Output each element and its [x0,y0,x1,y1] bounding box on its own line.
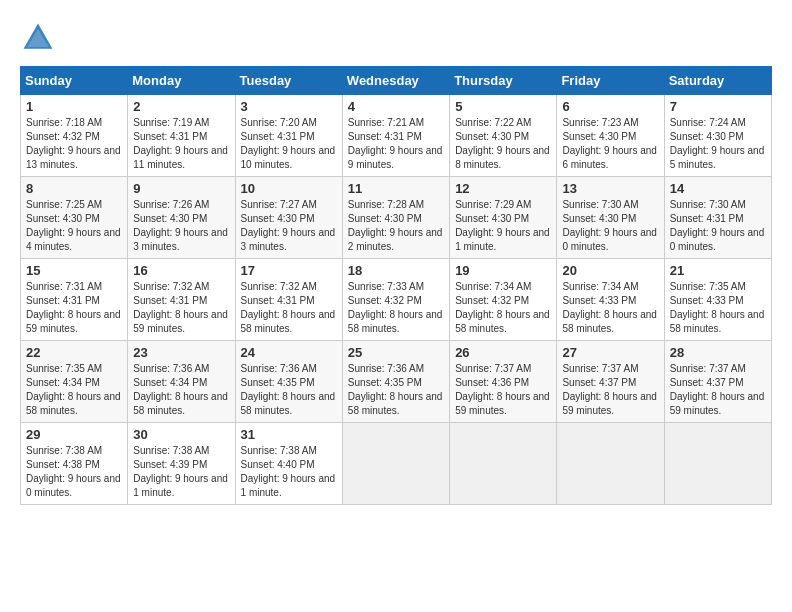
sunset-time: Sunset: 4:30 PM [241,213,315,224]
calendar-cell: 9 Sunrise: 7:26 AM Sunset: 4:30 PM Dayli… [128,177,235,259]
day-number: 6 [562,99,658,114]
calendar-week-3: 15 Sunrise: 7:31 AM Sunset: 4:31 PM Dayl… [21,259,772,341]
calendar-cell: 31 Sunrise: 7:38 AM Sunset: 4:40 PM Dayl… [235,423,342,505]
sunrise-time: Sunrise: 7:38 AM [241,445,317,456]
weekday-header-tuesday: Tuesday [235,67,342,95]
sunset-time: Sunset: 4:34 PM [133,377,207,388]
daylight-hours: Daylight: 9 hours and 3 minutes. [241,227,336,252]
daylight-hours: Daylight: 9 hours and 1 minute. [455,227,550,252]
calendar-body: 1 Sunrise: 7:18 AM Sunset: 4:32 PM Dayli… [21,95,772,505]
calendar-cell: 6 Sunrise: 7:23 AM Sunset: 4:30 PM Dayli… [557,95,664,177]
sunset-time: Sunset: 4:30 PM [455,213,529,224]
sunset-time: Sunset: 4:30 PM [455,131,529,142]
calendar-week-5: 29 Sunrise: 7:38 AM Sunset: 4:38 PM Dayl… [21,423,772,505]
sunset-time: Sunset: 4:32 PM [26,131,100,142]
daylight-hours: Daylight: 8 hours and 59 minutes. [26,309,121,334]
calendar-cell: 13 Sunrise: 7:30 AM Sunset: 4:30 PM Dayl… [557,177,664,259]
daylight-hours: Daylight: 8 hours and 58 minutes. [562,309,657,334]
day-number: 13 [562,181,658,196]
day-info: Sunrise: 7:30 AM Sunset: 4:30 PM Dayligh… [562,198,658,254]
day-number: 8 [26,181,122,196]
day-info: Sunrise: 7:34 AM Sunset: 4:33 PM Dayligh… [562,280,658,336]
calendar-week-4: 22 Sunrise: 7:35 AM Sunset: 4:34 PM Dayl… [21,341,772,423]
calendar-cell: 26 Sunrise: 7:37 AM Sunset: 4:36 PM Dayl… [450,341,557,423]
calendar-cell: 7 Sunrise: 7:24 AM Sunset: 4:30 PM Dayli… [664,95,771,177]
sunset-time: Sunset: 4:33 PM [562,295,636,306]
day-info: Sunrise: 7:38 AM Sunset: 4:38 PM Dayligh… [26,444,122,500]
day-info: Sunrise: 7:30 AM Sunset: 4:31 PM Dayligh… [670,198,766,254]
day-info: Sunrise: 7:36 AM Sunset: 4:35 PM Dayligh… [241,362,337,418]
daylight-hours: Daylight: 8 hours and 58 minutes. [455,309,550,334]
day-number: 14 [670,181,766,196]
day-number: 21 [670,263,766,278]
day-number: 1 [26,99,122,114]
daylight-hours: Daylight: 8 hours and 59 minutes. [562,391,657,416]
day-info: Sunrise: 7:21 AM Sunset: 4:31 PM Dayligh… [348,116,444,172]
day-number: 5 [455,99,551,114]
sunrise-time: Sunrise: 7:29 AM [455,199,531,210]
sunrise-time: Sunrise: 7:23 AM [562,117,638,128]
calendar-cell [557,423,664,505]
daylight-hours: Daylight: 9 hours and 11 minutes. [133,145,228,170]
sunrise-time: Sunrise: 7:36 AM [241,363,317,374]
day-number: 20 [562,263,658,278]
calendar-cell: 29 Sunrise: 7:38 AM Sunset: 4:38 PM Dayl… [21,423,128,505]
sunset-time: Sunset: 4:39 PM [133,459,207,470]
day-number: 31 [241,427,337,442]
calendar-cell: 17 Sunrise: 7:32 AM Sunset: 4:31 PM Dayl… [235,259,342,341]
calendar-cell: 4 Sunrise: 7:21 AM Sunset: 4:31 PM Dayli… [342,95,449,177]
weekday-header-thursday: Thursday [450,67,557,95]
day-info: Sunrise: 7:25 AM Sunset: 4:30 PM Dayligh… [26,198,122,254]
sunset-time: Sunset: 4:30 PM [670,131,744,142]
day-number: 25 [348,345,444,360]
sunset-time: Sunset: 4:30 PM [133,213,207,224]
day-info: Sunrise: 7:24 AM Sunset: 4:30 PM Dayligh… [670,116,766,172]
day-number: 7 [670,99,766,114]
day-number: 22 [26,345,122,360]
daylight-hours: Daylight: 8 hours and 58 minutes. [133,391,228,416]
sunrise-time: Sunrise: 7:34 AM [562,281,638,292]
sunrise-time: Sunrise: 7:19 AM [133,117,209,128]
weekday-header-wednesday: Wednesday [342,67,449,95]
day-number: 30 [133,427,229,442]
day-info: Sunrise: 7:37 AM Sunset: 4:36 PM Dayligh… [455,362,551,418]
sunrise-time: Sunrise: 7:30 AM [670,199,746,210]
weekday-header-row: SundayMondayTuesdayWednesdayThursdayFrid… [21,67,772,95]
calendar-cell: 2 Sunrise: 7:19 AM Sunset: 4:31 PM Dayli… [128,95,235,177]
calendar-cell: 12 Sunrise: 7:29 AM Sunset: 4:30 PM Dayl… [450,177,557,259]
calendar-cell: 11 Sunrise: 7:28 AM Sunset: 4:30 PM Dayl… [342,177,449,259]
calendar-cell [450,423,557,505]
day-info: Sunrise: 7:38 AM Sunset: 4:40 PM Dayligh… [241,444,337,500]
day-number: 12 [455,181,551,196]
day-info: Sunrise: 7:28 AM Sunset: 4:30 PM Dayligh… [348,198,444,254]
sunrise-time: Sunrise: 7:27 AM [241,199,317,210]
daylight-hours: Daylight: 9 hours and 4 minutes. [26,227,121,252]
day-info: Sunrise: 7:33 AM Sunset: 4:32 PM Dayligh… [348,280,444,336]
daylight-hours: Daylight: 9 hours and 9 minutes. [348,145,443,170]
daylight-hours: Daylight: 8 hours and 58 minutes. [348,309,443,334]
sunrise-time: Sunrise: 7:32 AM [133,281,209,292]
day-info: Sunrise: 7:36 AM Sunset: 4:35 PM Dayligh… [348,362,444,418]
sunset-time: Sunset: 4:38 PM [26,459,100,470]
calendar-cell: 30 Sunrise: 7:38 AM Sunset: 4:39 PM Dayl… [128,423,235,505]
sunrise-time: Sunrise: 7:32 AM [241,281,317,292]
sunrise-time: Sunrise: 7:31 AM [26,281,102,292]
sunrise-time: Sunrise: 7:21 AM [348,117,424,128]
sunrise-time: Sunrise: 7:37 AM [562,363,638,374]
day-number: 3 [241,99,337,114]
sunset-time: Sunset: 4:31 PM [133,131,207,142]
daylight-hours: Daylight: 9 hours and 10 minutes. [241,145,336,170]
day-number: 11 [348,181,444,196]
calendar-cell: 5 Sunrise: 7:22 AM Sunset: 4:30 PM Dayli… [450,95,557,177]
sunrise-time: Sunrise: 7:18 AM [26,117,102,128]
daylight-hours: Daylight: 9 hours and 1 minute. [241,473,336,498]
sunrise-time: Sunrise: 7:25 AM [26,199,102,210]
weekday-header-monday: Monday [128,67,235,95]
sunset-time: Sunset: 4:40 PM [241,459,315,470]
calendar-week-1: 1 Sunrise: 7:18 AM Sunset: 4:32 PM Dayli… [21,95,772,177]
daylight-hours: Daylight: 9 hours and 0 minutes. [26,473,121,498]
daylight-hours: Daylight: 8 hours and 59 minutes. [133,309,228,334]
daylight-hours: Daylight: 8 hours and 58 minutes. [348,391,443,416]
calendar-cell: 20 Sunrise: 7:34 AM Sunset: 4:33 PM Dayl… [557,259,664,341]
day-number: 27 [562,345,658,360]
